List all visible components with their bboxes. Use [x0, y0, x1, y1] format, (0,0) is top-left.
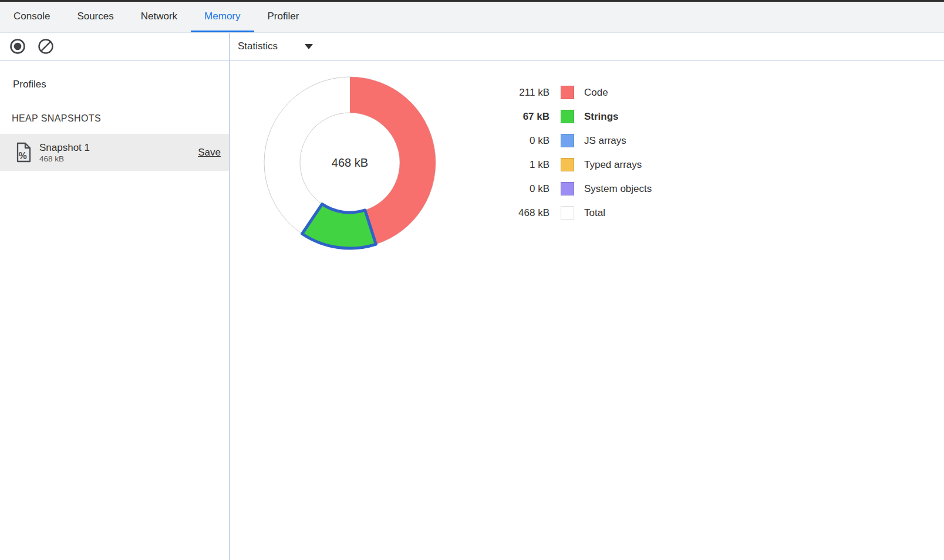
chart-legend: 211 kBCode67 kBStrings0 kBJS arrays1 kBT… — [505, 80, 652, 225]
legend-value: 468 kB — [505, 207, 549, 219]
pie-slice-strings[interactable] — [302, 204, 376, 248]
record-icon[interactable] — [9, 38, 26, 55]
clear-icon[interactable] — [38, 38, 54, 55]
heap-snapshots-section-header: HEAP SNAPSHOTS — [12, 113, 229, 124]
statistics-view: 468 kB 211 kBCode67 kBStrings0 kBJS arra… — [230, 61, 944, 560]
legend-value: 0 kB — [505, 135, 549, 147]
legend-value: 67 kB — [505, 111, 549, 123]
tab-network[interactable]: Network — [127, 2, 191, 32]
snapshot-list: %Snapshot 1468 kBSave — [0, 134, 229, 171]
legend-row-code[interactable]: 211 kBCode — [505, 80, 652, 104]
perspective-select-value: Statistics — [238, 41, 278, 52]
snapshot-name: Snapshot 1 — [39, 141, 198, 154]
svg-text:%: % — [18, 151, 26, 161]
legend-label: Strings — [584, 111, 619, 123]
heap-statistics-donut-chart — [262, 75, 438, 251]
view-toolbar: Statistics — [229, 33, 313, 60]
legend-label: JS arrays — [584, 135, 626, 147]
legend-value: 1 kB — [505, 159, 549, 171]
legend-label: Code — [584, 87, 608, 99]
legend-row-system-objects[interactable]: 0 kBSystem objects — [505, 177, 652, 201]
tab-console[interactable]: Console — [0, 2, 63, 32]
legend-swatch-icon — [561, 134, 574, 147]
snapshot-size: 468 kB — [39, 154, 198, 164]
legend-label: System objects — [584, 183, 652, 195]
profiles-toolbar — [0, 33, 229, 60]
perspective-select[interactable]: Statistics — [238, 41, 313, 52]
snapshot-item[interactable]: %Snapshot 1468 kBSave — [0, 134, 229, 171]
legend-swatch-icon — [561, 182, 574, 195]
legend-row-js-arrays[interactable]: 0 kBJS arrays — [505, 129, 652, 153]
tab-sources[interactable]: Sources — [63, 2, 127, 32]
chevron-down-icon — [305, 44, 313, 49]
legend-row-strings[interactable]: 67 kBStrings — [505, 104, 652, 129]
legend-swatch-icon — [561, 86, 574, 99]
heap-snapshot-file-icon: % — [15, 142, 32, 163]
memory-panel-toolbar: Statistics — [0, 33, 944, 61]
tab-profiler[interactable]: Profiler — [254, 2, 313, 32]
legend-swatch-icon — [561, 158, 574, 171]
legend-label: Typed arrays — [584, 159, 642, 171]
devtools-tab-bar: ConsoleSourcesNetworkMemoryProfiler — [0, 2, 944, 33]
legend-row-total: 468 kBTotal — [505, 201, 652, 225]
legend-row-typed-arrays[interactable]: 1 kBTyped arrays — [505, 153, 652, 177]
save-link[interactable]: Save — [198, 147, 221, 158]
legend-swatch-icon — [561, 206, 574, 220]
tab-memory[interactable]: Memory — [191, 2, 254, 32]
sidebar-title: Profiles — [13, 79, 229, 90]
snapshot-text: Snapshot 1468 kB — [39, 141, 198, 164]
legend-value: 211 kB — [505, 87, 549, 99]
legend-value: 0 kB — [505, 183, 549, 195]
legend-swatch-icon — [561, 110, 574, 123]
legend-label: Total — [584, 207, 605, 219]
profiles-sidebar: Profiles HEAP SNAPSHOTS %Snapshot 1468 k… — [0, 61, 229, 560]
